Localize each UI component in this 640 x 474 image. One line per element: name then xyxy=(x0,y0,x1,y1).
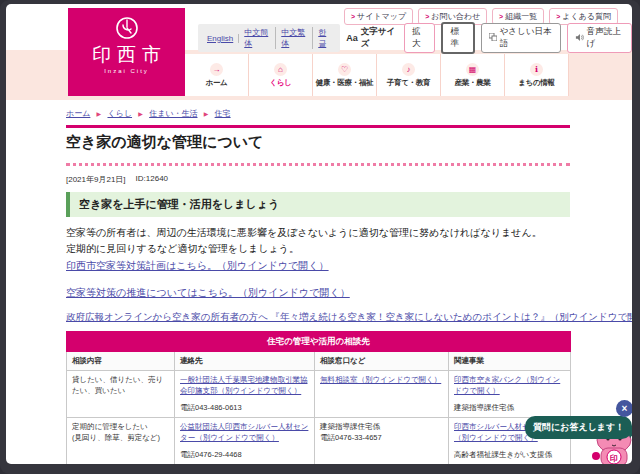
table-row: 定期的に管理をしたい (見回り、除草、剪定など) 公益財団法人印西市シルバー人材… xyxy=(67,417,571,464)
child-icon: ♪ xyxy=(402,63,415,76)
department-contact: 建築指導課住宅係 電話0476-33-4657 xyxy=(320,421,443,444)
font-size-icon: Aa xyxy=(346,33,358,43)
lang-zh-hant[interactable]: 中文繁体 xyxy=(276,27,313,49)
nav-home[interactable]: → ホーム xyxy=(184,54,248,96)
city-logo[interactable]: 印西市 Inzai City xyxy=(68,8,185,96)
city-name: 印西市 xyxy=(74,45,185,66)
house-icon: ⌂ xyxy=(274,63,287,76)
easy-japanese-button[interactable]: やさしい日本語 xyxy=(481,23,561,53)
department-name: 高齢者福祉課生きがい支援係 xyxy=(454,449,565,461)
city-emblem-icon xyxy=(68,15,185,45)
phone-number: 電話043-486-0613 xyxy=(180,402,309,414)
cell-window: 無料相談室（別ウインドウで開く） xyxy=(315,370,449,417)
chevron-right-icon: > xyxy=(556,13,560,20)
title-rule xyxy=(66,125,570,128)
breadcrumb-arrow-icon: ▶ xyxy=(97,111,102,117)
chat-close-icon[interactable]: × xyxy=(616,400,632,417)
plan-link[interactable]: 印西市空家等対策計画はこちら。（別ウインドウで開く） xyxy=(66,259,329,273)
chat-bubble[interactable]: 質問にお答えします！ xyxy=(525,416,632,439)
city-name-en: Inzai City xyxy=(68,68,185,74)
cell-window: 建築指導課住宅係 電話0476-33-4657 xyxy=(315,417,449,464)
silver-center-link[interactable]: 公益財団法人印西市シルバー人材センター（別ウインドウで開く） xyxy=(180,422,308,443)
crumb-sumai[interactable]: 住まい・生活 xyxy=(149,109,197,118)
gov-pr-link[interactable]: 政府広報オンラインから空き家の所有者の方へ 『年々増え続ける空き家！空き家にしな… xyxy=(66,311,632,324)
speech-readout-button[interactable]: 音声読上げ xyxy=(567,23,632,53)
consultation-table: 住宅の管理や活用の相談先 相談内容 連絡先 相談窓口など 関連事業 貸したい、借… xyxy=(66,331,571,464)
chevron-right-icon: > xyxy=(499,13,503,20)
cell-contact: 公益財団法人印西市シルバー人材センター（別ウインドウで開く） 電話0476-29… xyxy=(175,417,315,464)
page: 印西市 Inzai City > サイトマップ > お問い合わせ > 組織一覧 … xyxy=(6,4,632,464)
home-arrow-icon: → xyxy=(210,63,223,76)
chevron-right-icon: > xyxy=(425,13,429,20)
table-header-row: 相談内容 連絡先 相談窓口など 関連事業 xyxy=(67,352,571,371)
col-header-contact: 連絡先 xyxy=(175,352,315,371)
utility-row: English 中文簡体 中文繁体 한글 Aa 文字サイズ 拡大 標準 やさしい… xyxy=(198,28,632,48)
article-meta: [2021年9月21日] ID:12640 xyxy=(66,174,168,185)
dotted-divider xyxy=(66,163,570,166)
col-header-content: 相談内容 xyxy=(67,352,175,371)
takken-association-link[interactable]: 一般社団法人千葉県宅地建物取引業協会印旛支部（別ウインドウで開く） xyxy=(180,375,308,396)
font-enlarge-button[interactable]: 拡大 xyxy=(404,23,435,53)
free-consultation-link[interactable]: 無料相談室（別ウインドウで開く） xyxy=(320,375,441,384)
promotion-link[interactable]: 空家等対策の推進についてはこちら。（別ウインドウで開く） xyxy=(66,286,350,300)
table-title: 住宅の管理や活用の相談先 xyxy=(67,332,571,352)
language-switcher: English 中文簡体 中文繁体 한글 xyxy=(198,24,340,52)
font-size-label: Aa 文字サイズ xyxy=(346,26,398,50)
heart-icon: ♡ xyxy=(338,63,351,76)
lang-english[interactable]: English xyxy=(202,34,239,43)
body-paragraph: 空家等の所有者は、周辺の生活環境に悪影響を及ぼさないように適切な管理に努めなけれ… xyxy=(66,225,586,257)
nav-industry[interactable]: ▦ 産業・農業 xyxy=(440,54,504,96)
crumb-home[interactable]: ホーム xyxy=(66,109,90,118)
lang-zh-hans[interactable]: 中文簡体 xyxy=(239,27,276,49)
phone-number: 電話0476-29-4468 xyxy=(180,449,309,461)
chevron-right-icon: > xyxy=(351,13,355,20)
section-heading: 空き家を上手に管理・活用をしましょう xyxy=(66,192,570,217)
easy-japanese-icon xyxy=(489,33,497,43)
nav-kurashi[interactable]: ⌂ くらし xyxy=(248,54,312,96)
sitemap-button[interactable]: > サイトマップ xyxy=(344,8,413,25)
publish-date: [2021年9月21日] xyxy=(66,174,126,185)
col-header-related: 関連事業 xyxy=(449,352,571,371)
crumb-jutaku[interactable]: 住宅 xyxy=(215,109,231,118)
global-nav: → ホーム ⌂ くらし ♡ 健康・医療・福祉 ♪ 子育て・教育 ▦ 産業・農業 … xyxy=(184,54,569,96)
info-icon: ℹ xyxy=(530,63,543,76)
page-title: 空き家の適切な管理について xyxy=(66,133,263,152)
cell-related: 印西市空き家バンク（別ウインドウで開く） 建築指導課住宅係 xyxy=(449,370,571,417)
breadcrumb: ホーム ▶ くらし ▶ 住まい・生活 ▶ 住宅 xyxy=(66,108,231,119)
svg-text:印: 印 xyxy=(610,454,618,463)
crumb-kurashi[interactable]: くらし xyxy=(107,109,132,118)
speaker-icon xyxy=(575,33,584,44)
cell-content: 定期的に管理をしたい (見回り、除草、剪定など) xyxy=(67,417,175,464)
table-row: 貸したい、借りたい、売りたい、買いたい 一般社団法人千葉県宅地建物取引業協会印旛… xyxy=(67,370,571,417)
breadcrumb-arrow-icon: ▶ xyxy=(204,111,209,117)
industry-icon: ▦ xyxy=(466,63,479,76)
cell-contact: 一般社団法人千葉県宅地建物取引業協会印旛支部（別ウインドウで開く） 電話043-… xyxy=(175,370,315,417)
breadcrumb-arrow-icon: ▶ xyxy=(138,111,143,117)
nav-town-info[interactable]: ℹ まちの情報 xyxy=(504,54,569,96)
col-header-window: 相談窓口など xyxy=(315,352,449,371)
department-name: 建築指導課住宅係 xyxy=(454,402,565,414)
article-id: ID:12640 xyxy=(136,174,168,185)
font-standard-button[interactable]: 標準 xyxy=(441,22,474,54)
nav-childcare[interactable]: ♪ 子育て・教育 xyxy=(376,54,440,96)
lang-korean[interactable]: 한글 xyxy=(313,27,336,49)
cell-content: 貸したい、借りたい、売りたい、買いたい xyxy=(67,370,175,417)
akiya-bank-link[interactable]: 印西市空き家バンク（別ウインドウで開く） xyxy=(454,375,560,396)
window-frame: 印西市 Inzai City > サイトマップ > お問い合わせ > 組織一覧 … xyxy=(0,0,640,474)
nav-health[interactable]: ♡ 健康・医療・福祉 xyxy=(312,54,376,96)
